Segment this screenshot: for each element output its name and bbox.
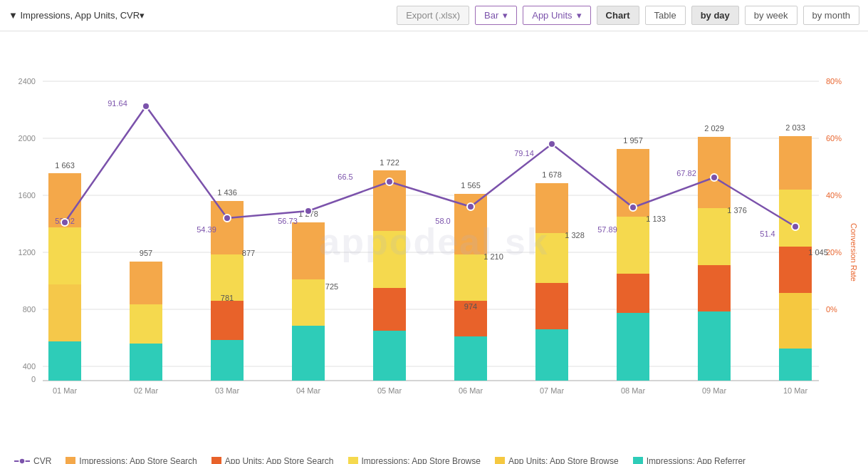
bar-7-browse	[617, 217, 649, 274]
svg-text:02 Mar: 02 Mar	[134, 386, 159, 395]
legend-item-cvr: CVR	[14, 456, 51, 464]
bar-6-search	[535, 183, 568, 233]
bar-2-ref	[211, 340, 244, 381]
svg-text:58.0: 58.0	[435, 217, 450, 225]
legend-item-impressions-browse: Impressions: App Store Browse	[348, 456, 481, 464]
svg-text:01 Mar: 01 Mar	[53, 386, 78, 395]
bar-1-search	[130, 262, 162, 304]
legend-item-impressions-referrer: Impressions: App Referrer	[633, 456, 746, 464]
top-bar: ▼ Impressions, App Units, CVR▾ Export (.…	[0, 0, 868, 31]
svg-text:1 376: 1 376	[727, 206, 747, 215]
svg-text:1 957: 1 957	[623, 136, 643, 145]
bar-2-appunits-search	[211, 301, 244, 340]
svg-text:79.14: 79.14	[514, 149, 534, 158]
bar-6-ref	[535, 329, 568, 381]
bar-9-browse	[779, 190, 812, 247]
bar-8-ref	[698, 311, 731, 381]
view-month-button[interactable]: by month	[803, 6, 859, 25]
bar-4-appunits-search	[373, 288, 406, 331]
legend-label-impressions-browse: Impressions: App Store Browse	[362, 456, 481, 464]
chart-type-dropdown[interactable]: Bar ▾	[475, 6, 517, 25]
svg-text:1 210: 1 210	[483, 252, 503, 261]
cvr-dot-5	[467, 203, 474, 210]
cvr-dot-9	[792, 223, 799, 230]
bar-1-browse	[130, 304, 162, 344]
bar-3-ref	[292, 326, 325, 381]
svg-text:957: 957	[140, 249, 152, 257]
bar-8-browse	[698, 208, 731, 265]
bar-1-ref	[130, 344, 162, 381]
legend-color-impressions-browse	[348, 457, 358, 464]
svg-text:06 Mar: 06 Mar	[459, 386, 483, 395]
chart-svg: 2400 2000 1600 1200 800 400 0 80% 60% 40…	[0, 31, 868, 452]
svg-text:10 Mar: 10 Mar	[783, 386, 808, 395]
svg-text:725: 725	[325, 282, 338, 291]
bar-5-browse	[454, 254, 487, 301]
cvr-dot-2	[224, 215, 231, 222]
legend: CVR Impressions: App Store Search App Un…	[0, 452, 868, 464]
bar-9-appunits	[779, 247, 812, 293]
svg-text:1 328: 1 328	[565, 231, 585, 239]
bar-6-appunits	[535, 283, 568, 329]
bar-9-appunits-browse	[779, 293, 812, 349]
legend-item-impressions-search: Impressions: App Store Search	[66, 456, 197, 464]
legend-label-cvr: CVR	[33, 456, 51, 464]
svg-text:05 Mar: 05 Mar	[377, 386, 402, 395]
bar-5-ref	[454, 336, 487, 381]
chart-area: appodeal sk 2400 2000 1600 1200 800 400 …	[0, 31, 868, 452]
svg-text:400: 400	[23, 362, 36, 371]
svg-point-60	[19, 458, 25, 464]
svg-text:0%: 0%	[826, 305, 837, 314]
bar-7-ref	[617, 313, 649, 381]
bar-4-browse	[373, 231, 406, 288]
svg-text:04 Mar: 04 Mar	[296, 386, 321, 395]
legend-color-appunits-browse	[495, 457, 505, 464]
bar-8-appunits	[698, 265, 731, 311]
export-button[interactable]: Export (.xlsx)	[397, 6, 469, 25]
view-day-button[interactable]: by day	[691, 6, 739, 25]
cvr-dot-8	[711, 174, 718, 181]
cvr-dot-3	[305, 207, 312, 215]
svg-text:03 Mar: 03 Mar	[215, 386, 240, 395]
svg-text:40%: 40%	[826, 191, 842, 200]
svg-text:60%: 60%	[826, 134, 842, 143]
svg-text:07 Mar: 07 Mar	[540, 386, 565, 395]
svg-text:1 565: 1 565	[461, 181, 481, 190]
bar-9-ref	[779, 349, 812, 381]
cvr-dot-6	[548, 140, 555, 148]
legend-label-impressions-referrer: Impressions: App Referrer	[647, 456, 746, 464]
bar-3-browse	[292, 279, 325, 326]
view-chart-button[interactable]: Chart	[597, 6, 639, 25]
view-week-button[interactable]: by week	[745, 6, 798, 25]
svg-text:80%: 80%	[826, 77, 842, 86]
svg-text:1 133: 1 133	[646, 215, 666, 223]
legend-color-impressions-search	[66, 457, 75, 464]
svg-text:Conversion Rate: Conversion Rate	[849, 223, 858, 282]
legend-label-impressions-search: Impressions: App Store Search	[79, 456, 197, 464]
svg-text:56.73: 56.73	[278, 217, 298, 225]
metric-dropdown[interactable]: App Units ▾	[523, 6, 590, 25]
legend-item-appunits-search: App Units: App Store Search	[211, 456, 334, 464]
bar-7-appunits	[617, 274, 649, 313]
bar-0-appunits-browse	[48, 284, 81, 341]
bar-0-referrer	[48, 341, 81, 381]
svg-text:57.89: 57.89	[597, 225, 617, 234]
legend-color-impressions-referrer	[633, 457, 643, 464]
svg-text:91.64: 91.64	[108, 99, 127, 108]
cvr-dot-1	[142, 103, 150, 110]
svg-text:877: 877	[242, 249, 255, 257]
legend-label-appunits-browse: App Units: App Store Browse	[508, 456, 619, 464]
svg-text:1 722: 1 722	[380, 158, 399, 167]
cvr-line	[65, 106, 795, 227]
cvr-dot-0	[61, 219, 68, 226]
svg-text:09 Mar: 09 Mar	[702, 386, 727, 395]
svg-text:2400: 2400	[19, 77, 36, 86]
svg-text:1 663: 1 663	[55, 161, 75, 170]
bar-0-browse-impressions	[48, 227, 81, 284]
filter-label[interactable]: ▼ Impressions, App Units, CVR▾	[9, 10, 145, 21]
legend-item-appunits-browse: App Units: App Store Browse	[495, 456, 619, 464]
bar-6-browse	[535, 233, 568, 283]
bar-3-search	[292, 222, 325, 279]
svg-text:2 029: 2 029	[704, 124, 724, 133]
view-table-button[interactable]: Table	[645, 6, 686, 25]
